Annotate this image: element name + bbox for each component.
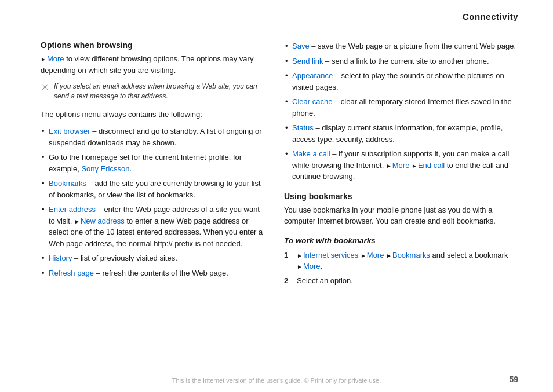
list-item: Appearance – select to play the sounds o… (284, 70, 518, 93)
send-link-link[interactable]: Send link (292, 57, 323, 65)
tip-text: If you select an email address when brow… (54, 82, 267, 102)
end-call-link[interactable]: End call (418, 161, 445, 170)
step1-arrow1: ► (297, 252, 303, 259)
tip-icon: ✳ (41, 82, 49, 93)
step1-arrow3: ► (386, 252, 392, 259)
new-address-arrow: ► (74, 218, 80, 225)
list-item: Exit browser – disconnect and go to stan… (41, 126, 267, 148)
list-item: History – list of previously visited sit… (41, 252, 267, 264)
send-link-text: – send a link to the current site to ano… (323, 57, 489, 65)
save-link[interactable]: Save (292, 42, 310, 50)
footer-text: This is the Internet version of the user… (0, 377, 553, 384)
step1-bookmarks-link[interactable]: Bookmarks (392, 251, 430, 259)
list-item: Clear cache – clear all temporary stored… (284, 96, 518, 119)
step1-text1: and select a bookmark (430, 251, 508, 259)
step1-arrow2: ► (361, 252, 366, 259)
step-1-content: ►Internet services ►More ►Bookmarks and … (297, 250, 518, 272)
status-text: – display current status information, fo… (292, 123, 503, 144)
menu-intro: The options menu always contains the fol… (41, 109, 267, 120)
homepage-end: . (129, 164, 132, 173)
list-item: Bookmarks – add the site you are current… (41, 178, 267, 200)
options-browsing-title: Options when browsing (41, 41, 267, 50)
clear-cache-link[interactable]: Clear cache (292, 97, 332, 106)
status-link[interactable]: Status (292, 123, 314, 132)
list-item: Make a call – if your subscription suppo… (284, 148, 518, 182)
page-container: Connectivity Options when browsing ►More… (0, 0, 553, 392)
to-work-step-2: 2 Select an option. (284, 275, 518, 287)
more-link-make-call[interactable]: More (392, 161, 410, 170)
left-column: Options when browsing ►More to view diff… (41, 41, 267, 289)
right-options-list: Save – save the Web page or a picture fr… (284, 41, 518, 182)
history-link[interactable]: History (49, 254, 72, 262)
new-address-link[interactable]: New address (81, 217, 125, 225)
make-call-arrow2: ► (412, 163, 417, 169)
internet-services-link[interactable]: Internet services (303, 251, 358, 259)
bookmarks-link[interactable]: Bookmarks (49, 179, 86, 188)
history-text: – list of previously visited sites. (72, 254, 177, 262)
using-bookmarks-body: You use bookmarks in your mobile phone j… (284, 204, 518, 227)
options-browsing-intro: ►More to view different browsing options… (41, 53, 267, 76)
page-number: 59 (509, 375, 518, 384)
list-item: Go to the homepage set for the current I… (41, 152, 267, 174)
list-item: Save – save the Web page or a picture fr… (284, 41, 518, 52)
page-header-title: Connectivity (463, 12, 518, 21)
homepage-text: Go to the homepage set for the current I… (49, 153, 242, 173)
step-2-text: Select an option. (297, 275, 353, 287)
sony-ericsson-link[interactable]: Sony Ericsson (81, 164, 129, 173)
enter-address-link[interactable]: Enter address (49, 205, 96, 214)
intro-arrow: ► (41, 56, 46, 63)
save-text: – save the Web page or a picture from th… (310, 42, 516, 50)
list-item: Send link – send a link to the current s… (284, 56, 518, 67)
step-num-1: 1 (284, 250, 291, 272)
refresh-text: – refresh the contents of the Web page. (94, 269, 228, 277)
refresh-link[interactable]: Refresh page (49, 269, 94, 277)
more-link-intro[interactable]: More (47, 54, 64, 63)
step1-more-link[interactable]: More (367, 251, 384, 259)
to-work-list: 1 ►Internet services ►More ►Bookmarks an… (284, 250, 518, 287)
step1-end: . (321, 262, 323, 270)
list-item: Status – display current status informat… (284, 122, 518, 145)
exit-browser-link[interactable]: Exit browser (49, 127, 90, 135)
list-item: Enter address – enter the Web page addre… (41, 204, 267, 249)
right-column: Save – save the Web page or a picture fr… (284, 41, 518, 289)
step1-arrow4: ► (297, 263, 303, 270)
make-call-arrow1: ► (386, 163, 392, 169)
using-bookmarks-title: Using bookmarks (284, 192, 518, 201)
list-item: Refresh page – refresh the contents of t… (41, 268, 267, 279)
step1-more2-link[interactable]: More (303, 262, 321, 270)
to-work-step-1: 1 ►Internet services ►More ►Bookmarks an… (284, 250, 518, 272)
tip-box: ✳ If you select an email address when br… (41, 82, 267, 102)
step-num-2: 2 (284, 275, 291, 287)
to-work-title: To work with bookmarks (284, 236, 518, 245)
content-wrapper: Options when browsing ►More to view diff… (41, 41, 518, 289)
make-call-link[interactable]: Make a call (292, 149, 330, 158)
appearance-link[interactable]: Appearance (292, 71, 333, 80)
intro-text: to view different browsing options. The … (41, 54, 253, 75)
options-list: Exit browser – disconnect and go to stan… (41, 126, 267, 279)
